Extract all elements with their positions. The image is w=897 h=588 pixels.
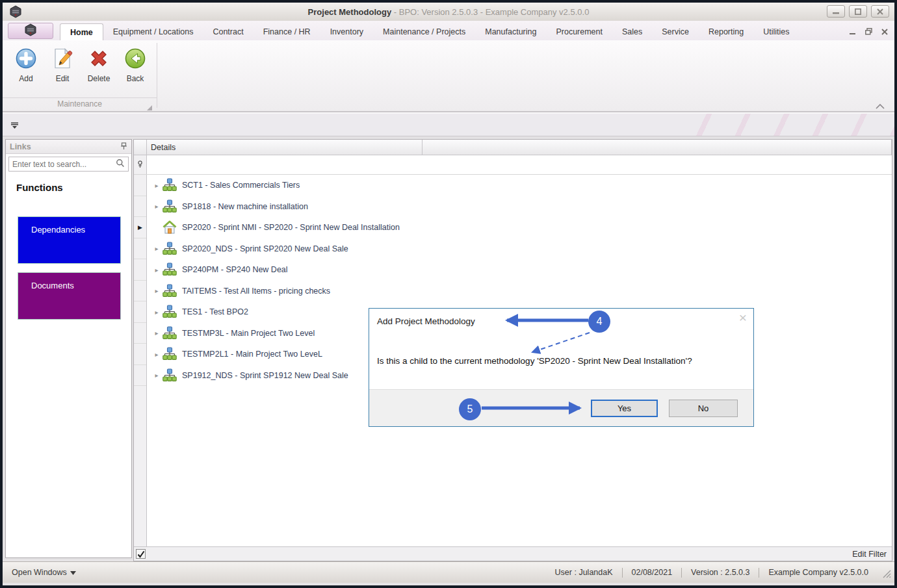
ribbon-tab-utilities[interactable]: Utilities xyxy=(753,23,799,40)
dialog-close-icon[interactable]: × xyxy=(739,310,747,326)
back-icon xyxy=(124,47,147,70)
add-button[interactable]: Add xyxy=(8,44,44,96)
links-panel: Links Functions DependanciesDocuments xyxy=(5,139,132,558)
org-chart-icon xyxy=(161,283,178,300)
tree-row[interactable]: ▸SP1818 - New machine installation xyxy=(147,196,892,218)
org-chart-icon xyxy=(161,303,178,320)
mdi-close-icon[interactable] xyxy=(881,26,888,38)
search-input[interactable] xyxy=(12,160,116,169)
expand-icon[interactable]: ▸ xyxy=(152,287,161,294)
close-button[interactable] xyxy=(871,5,889,18)
resize-grip[interactable] xyxy=(883,570,891,580)
edit-filter-link[interactable]: Edit Filter xyxy=(852,550,887,559)
expand-icon[interactable]: ▸ xyxy=(152,309,161,316)
ribbon-tab-inventory[interactable]: Inventory xyxy=(320,23,373,40)
ribbon-group-label: Maintenance xyxy=(3,97,157,109)
expand-icon[interactable]: ▸ xyxy=(152,351,161,358)
group-dialog-launcher-icon[interactable] xyxy=(147,101,152,113)
annotation-badge-4: 4 xyxy=(588,311,610,333)
filter-enabled-checkbox[interactable] xyxy=(136,549,146,559)
org-chart-icon xyxy=(161,198,178,215)
ribbon-tab-maintenance-projects[interactable]: Maintenance / Projects xyxy=(373,23,475,40)
yes-button[interactable]: Yes xyxy=(591,400,658,417)
window-title-primary: Project Methodology xyxy=(308,7,392,17)
tree-row[interactable]: ▸SCT1 - Sales Commercials Tiers xyxy=(147,175,892,196)
expand-icon[interactable]: ▸ xyxy=(152,329,161,337)
function-button-documents[interactable]: Documents xyxy=(18,272,121,320)
expand-icon[interactable]: ▸ xyxy=(152,245,161,252)
links-panel-title: Links xyxy=(10,142,120,151)
pin-icon[interactable] xyxy=(120,141,127,153)
minimize-button[interactable] xyxy=(827,5,845,18)
ribbon-tab-reporting[interactable]: Reporting xyxy=(699,23,753,40)
ribbon-tab-sales[interactable]: Sales xyxy=(612,23,652,40)
expand-icon[interactable]: ▸ xyxy=(152,203,161,210)
ribbon-tab-manufacturing[interactable]: Manufacturing xyxy=(475,23,546,40)
row-indicator-column: ▶ xyxy=(134,175,147,546)
mdi-restore-icon[interactable] xyxy=(865,26,872,38)
org-chart-icon xyxy=(161,367,178,384)
chevron-down-icon xyxy=(70,568,76,577)
maximize-button[interactable] xyxy=(849,5,867,18)
ribbon-tabs: HomeEquipment / LocationsContractFinance… xyxy=(60,23,799,40)
tree-row[interactable]: ▸SP2020_NDS - Sprint SP2020 New Deal Sal… xyxy=(147,238,892,260)
status-user: User : JulandaK xyxy=(555,568,613,577)
org-chart-icon xyxy=(161,346,178,363)
expand-icon[interactable]: ▸ xyxy=(152,182,161,189)
tree-row-label: TES1 - Test BPO2 xyxy=(182,307,248,316)
status-separator xyxy=(622,568,623,578)
org-chart-icon xyxy=(161,177,178,194)
column-header-blank[interactable] xyxy=(422,140,892,155)
add-icon xyxy=(14,47,38,70)
edit-button[interactable]: Edit xyxy=(44,44,81,96)
open-windows-button[interactable]: Open Windows xyxy=(12,568,76,577)
edit-icon xyxy=(51,47,74,70)
status-bar: Open Windows User : JulandaK 02/08/2021 … xyxy=(3,561,894,583)
ribbon-tab-home[interactable]: Home xyxy=(60,23,103,40)
status-company: Example Company v2.5.0.0 xyxy=(768,568,868,577)
row-indicator-cell xyxy=(134,175,146,196)
ribbon-tab-finance-hr[interactable]: Finance / HR xyxy=(254,23,320,40)
window-title-secondary: - BPO: Version 2.5.0.3 - Example Company… xyxy=(391,7,589,17)
application-menu-button[interactable] xyxy=(8,23,53,39)
dialog-footer: Yes No xyxy=(369,389,753,426)
mdi-minimize-icon[interactable] xyxy=(850,26,856,38)
expand-icon[interactable]: ▸ xyxy=(152,266,161,274)
tree-row-label: SP2020_NDS - Sprint SP2020 New Deal Sale xyxy=(182,244,348,253)
tree-row[interactable]: ▸TAITEMS - Test All Items - pricing chec… xyxy=(147,281,892,302)
home-icon xyxy=(161,219,178,236)
column-header-details[interactable]: Details xyxy=(147,140,422,155)
sidebar-search xyxy=(8,157,129,172)
back-button[interactable]: Back xyxy=(117,44,153,96)
ribbon-tab-bar: HomeEquipment / LocationsContractFinance… xyxy=(3,21,894,40)
row-indicator-cell xyxy=(134,281,146,302)
grid-filter-row[interactable] xyxy=(134,155,892,175)
ribbon-tab-contract[interactable]: Contract xyxy=(203,23,253,40)
filter-pin-icon[interactable] xyxy=(137,159,143,171)
tree-row[interactable]: SP2020 - Sprint NMI - SP2020 - Sprint Ne… xyxy=(147,217,892,238)
ribbon-tab-procurement[interactable]: Procurement xyxy=(546,23,612,40)
row-indicator-cell xyxy=(134,323,146,344)
ribbon-group-separator xyxy=(157,43,157,108)
function-button-dependancies[interactable]: Dependancies xyxy=(18,216,121,264)
ribbon-tab-service[interactable]: Service xyxy=(652,23,699,40)
tree-row[interactable]: ▸SP240PM - SP240 New Deal xyxy=(147,259,892,281)
app-logo-icon xyxy=(24,23,37,39)
search-icon[interactable] xyxy=(116,159,125,170)
no-button[interactable]: No xyxy=(669,400,738,417)
row-indicator-cell xyxy=(134,238,146,260)
expand-icon[interactable]: ▸ xyxy=(152,372,161,379)
row-indicator-cell xyxy=(134,301,146,323)
ribbon-tab-equipment-locations[interactable]: Equipment / Locations xyxy=(103,23,203,40)
filter-dropdown-icon[interactable] xyxy=(10,120,19,132)
delete-button[interactable]: Delete xyxy=(81,44,117,96)
org-chart-icon xyxy=(161,325,178,342)
tree-row-label: TESTMP2L1 - Main Project Two LeveL xyxy=(182,350,322,359)
tree-row-label: SP2020 - Sprint NMI - SP2020 - Sprint Ne… xyxy=(182,223,400,232)
tree-row-label: TESTMP3L - Main Project Two Level xyxy=(182,329,315,338)
tree-row-label: SP240PM - SP240 New Deal xyxy=(182,265,288,274)
links-panel-header: Links xyxy=(6,140,131,154)
ribbon-collapse-icon[interactable] xyxy=(875,100,885,112)
tree-row-label: SCT1 - Sales Commercials Tiers xyxy=(182,181,300,190)
ribbon-button-label: Edit xyxy=(56,74,70,83)
